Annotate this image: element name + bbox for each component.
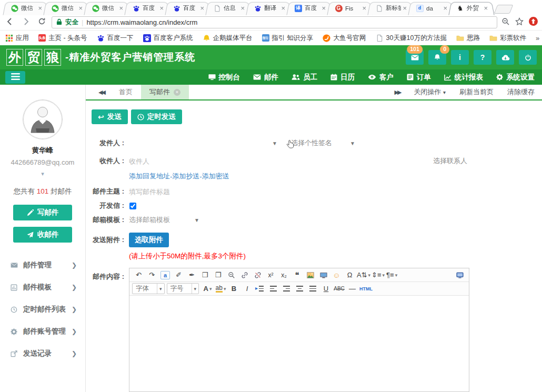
letter-spacing-button[interactable]: A⇅▾ [357,269,370,280]
browser-tab[interactable]: 信息 × [207,2,250,15]
notifications-button[interactable]: 0 [428,50,446,65]
superscript-button[interactable]: x² [265,269,277,280]
bookmark-item[interactable]: 应用 [5,34,29,43]
nav-item[interactable]: 订单 [407,73,431,82]
nav-item[interactable]: 系统设置 [496,73,535,82]
nav-item[interactable]: 员工 [292,73,317,82]
choose-contacts-link[interactable]: 选择联系人 [433,156,469,166]
nav-item[interactable]: 统计报表 [444,73,483,82]
cloud-backup-button[interactable] [496,50,514,65]
editor-content-area[interactable] [129,296,469,391]
bookmarks-overflow-icon[interactable]: » [536,34,539,42]
zoom-out-icon[interactable] [501,17,510,28]
tab-close-icon[interactable]: × [78,5,83,12]
tab-close-icon[interactable]: × [38,5,42,12]
undo-button[interactable]: ↶ [133,269,145,280]
bookmark-item[interactable]: 大鱼号官网 [323,34,366,43]
blockquote-button[interactable]: ❝ [291,269,303,280]
font-color-button[interactable]: A▾ [202,283,214,294]
choose-attachment-button[interactable]: 选取附件 [129,233,169,247]
sidebar-menu-item[interactable]: 邮件账号管理 ❯ [0,320,85,343]
tab-close-icon[interactable]: × [443,5,447,12]
sidebar-menu-item[interactable]: 邮件管理 ❯ [0,254,85,276]
insert-image-button[interactable] [304,269,316,280]
html-source-button[interactable]: HTML [359,283,373,294]
tab-close-icon[interactable]: × [200,5,204,12]
tabs-scroll-left-icon[interactable]: ◀◀ [92,85,111,99]
sidebar-toggle-button[interactable] [5,71,25,84]
browser-tab[interactable]: 微信 × [4,2,47,15]
paste-as-text-button[interactable]: ❒ [199,269,211,280]
tab-close-icon[interactable]: × [322,5,326,12]
bold-button[interactable]: B [228,283,240,294]
mail-template-select[interactable]: 选择邮箱模板 ▼ [129,215,199,225]
subject-input[interactable] [129,188,287,196]
nav-item[interactable]: 客户 [368,73,394,82]
browser-tab[interactable]: G Fis × [328,2,372,15]
bookmark-item[interactable]: 彩票软件 [489,34,526,43]
emoji-button[interactable]: ☺ [330,269,343,280]
remove-link-button[interactable] [252,269,264,280]
redo-button[interactable]: ↷ [146,269,158,280]
page-tab[interactable]: 写邮件 × [141,85,189,99]
send-button[interactable]: ↩ 发送 [92,109,128,124]
insert-link-button[interactable] [238,269,250,280]
compose-mail-button[interactable]: 写邮件 [13,205,72,220]
align-left-button[interactable] [267,283,279,294]
sidebar-menu-item[interactable]: 邮件模板 ❯ [0,276,85,298]
avatar[interactable] [23,99,63,139]
bookmark-star-icon[interactable] [515,17,524,28]
user-caret-down-icon[interactable]: ▾ [0,170,85,177]
line-height-button[interactable]: ⇕≡▾ [372,269,385,280]
receive-mail-button[interactable]: 收邮件 [13,227,72,243]
tabs-scroll-right-icon[interactable]: ▶▶ [394,89,400,96]
tab-close-icon[interactable]: × [240,5,245,12]
reload-button[interactable] [36,17,47,28]
browser-tab[interactable]: 微信 × [85,2,128,15]
browser-tab[interactable]: ♞ 外贸 × [450,2,493,15]
paragraph-format-button[interactable]: ¶≡▾ [386,269,398,280]
nav-item[interactable]: 邮件 [253,73,278,82]
fullscreen-button[interactable] [454,269,466,280]
tab-close-icon[interactable]: × [362,5,366,12]
add-address-link[interactable]: 添加抄送 [172,172,199,181]
eraser-button[interactable]: ✐ [173,269,185,280]
browser-tab[interactable]: 翻译 × [247,2,290,15]
tabbar-action[interactable]: 刷新当前页 [459,87,494,97]
to-input[interactable] [129,157,287,165]
font-size-select[interactable]: 字号 ▾ [167,283,199,294]
address-bar[interactable]: 安全 | https://crm.waimaolang.cn/index/crm [52,16,497,28]
info-button[interactable]: i [451,50,469,65]
new-tab-button[interactable] [494,5,514,14]
bookmark-item[interactable]: 企鹅媒体平台 [203,34,253,43]
align-center-button[interactable] [294,283,306,294]
strikethrough-button[interactable]: ABC [333,283,345,294]
tab-close-icon[interactable]: × [281,5,285,12]
browser-tab[interactable]: 百度 × [166,2,209,15]
paste-button[interactable]: ❐ [212,269,224,280]
subscript-button[interactable]: x₂ [278,269,290,280]
messages-button[interactable]: 101 [406,50,424,65]
tabbar-action[interactable]: 清除缓存 [507,87,535,97]
add-address-link[interactable]: 添加密送 [202,172,229,181]
tab-close-icon[interactable]: × [119,5,123,12]
browser-tab[interactable]: 译 百度 × [288,2,331,15]
format-painter-button[interactable]: ✒ [186,269,198,280]
bookmark-item[interactable]: 30天赚10万的方法掘 [376,34,447,43]
highlight-color-button[interactable]: ab▾ [215,283,227,294]
horizontal-rule-button[interactable]: — [346,283,358,294]
auto-typeset-button[interactable]: a [160,271,170,279]
tab-close-icon[interactable]: × [159,5,164,12]
search-replace-button[interactable] [225,269,237,280]
browser-tab[interactable]: 百度 × [126,2,169,15]
browser-tab[interactable]: d da × [409,2,453,15]
justify-button[interactable] [307,283,319,294]
font-family-select[interactable]: 字体 ▾ [132,283,165,294]
forward-button[interactable] [20,17,32,28]
add-address-link[interactable]: 添加回复地址 [129,172,170,181]
devletter-checkbox[interactable] [129,203,136,209]
back-button[interactable] [4,17,16,28]
bookmark-item[interactable]: 百度客户系统 [143,34,193,43]
browser-tab[interactable]: 微信 × [45,2,88,15]
help-button[interactable]: ? [474,50,491,65]
